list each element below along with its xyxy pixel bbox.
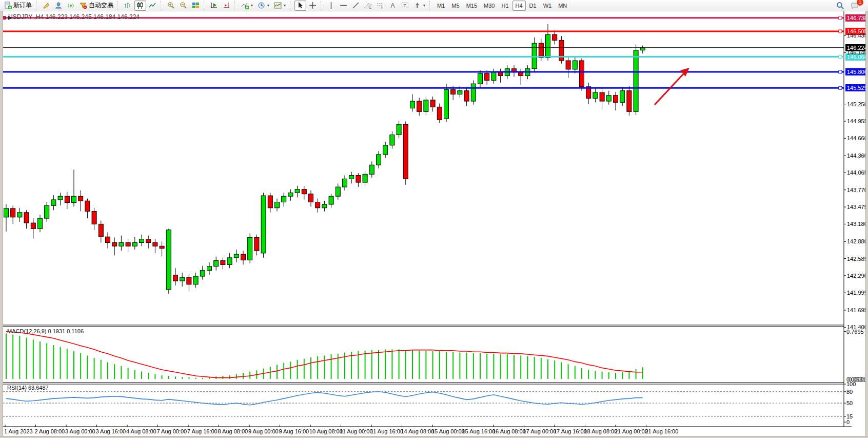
search-icon	[836, 2, 844, 10]
bar-chart-mode-button[interactable]	[122, 1, 134, 11]
timeframe-m30-button[interactable]: M30	[481, 1, 498, 11]
chevron-down-icon: ▾	[284, 3, 286, 8]
line-handle[interactable]	[839, 30, 842, 33]
time-axis-label: 7 Aug 00:00	[157, 428, 187, 434]
candles-layer	[4, 24, 645, 294]
bar-chart-icon	[124, 2, 132, 9]
crosshair-tool-button[interactable]	[307, 1, 319, 11]
vertical-line-tool-button[interactable]	[325, 1, 337, 11]
price-axis-tick: 141.695	[847, 307, 867, 313]
time-axis-label: 2 Aug 08:00	[35, 428, 65, 434]
time-axis-label: 8 Aug 08:00	[218, 428, 248, 434]
macd-indicator-label: MACD(12,26,9) 0.1931 0.1106	[7, 328, 84, 334]
timeframe-m15-button[interactable]: M15	[463, 1, 480, 11]
line-handle[interactable]	[839, 16, 842, 20]
time-axis-label: 11 Aug 16:00	[370, 428, 403, 434]
fibonacci-tool-button[interactable]: F	[374, 1, 386, 11]
time-axis-label: 15 Aug 00:00	[431, 428, 465, 434]
timeframe-w1-button[interactable]: W1	[540, 1, 555, 11]
annotation-arrow[interactable]	[655, 68, 689, 105]
chart-shift-icon	[223, 2, 230, 9]
text-tool-button[interactable]: A	[387, 1, 399, 11]
auto-scroll-button[interactable]	[208, 1, 220, 11]
crosshair-icon	[309, 2, 317, 9]
auto-trading-icon	[80, 2, 87, 9]
zoom-out-icon	[180, 2, 187, 9]
horizontal-line-tool-button[interactable]	[338, 1, 349, 11]
window-left-edge	[0, 11, 3, 438]
community-button[interactable]	[53, 1, 65, 11]
time-axis-label: 14 Aug 08:00	[401, 428, 435, 434]
price-axis-tick: 144.360	[847, 153, 867, 159]
text-icon: A	[389, 2, 397, 9]
price-axis-tick: 143.180	[847, 221, 867, 227]
toolbar-separator	[234, 1, 237, 10]
text-label-tool-button[interactable]: T	[399, 1, 411, 11]
zoom-in-icon	[167, 2, 175, 9]
timeframe-mn-button[interactable]: MN	[555, 1, 570, 11]
price-level-label[interactable]: 146.738	[845, 14, 868, 22]
trading-terminal-window: 新订单 自动交易	[0, 0, 868, 438]
chart-shift-button[interactable]	[221, 1, 232, 11]
price-axis-tick: 146.435	[847, 32, 867, 39]
zoom-out-button[interactable]	[177, 1, 189, 11]
toolbar-separator	[161, 1, 163, 10]
macd-layer	[6, 332, 643, 379]
line-handle[interactable]	[839, 70, 842, 73]
line-handle[interactable]	[839, 86, 842, 89]
timeframe-d1-button[interactable]: D1	[526, 1, 540, 11]
line-chart-mode-button[interactable]	[147, 1, 159, 11]
timeframe-m5-button[interactable]: M5	[448, 1, 462, 11]
time-axis-label: 10 Aug 08:00	[309, 428, 343, 434]
timeframe-h1-button[interactable]: H1	[498, 1, 511, 11]
toolbar-separator	[429, 1, 432, 10]
arrows-tool-button[interactable]: ▾	[411, 1, 427, 11]
fibonacci-icon: F	[377, 2, 384, 9]
time-axis-label: 9 Aug 16:00	[279, 428, 309, 434]
line-handle[interactable]	[839, 55, 842, 59]
timeframe-h4-button[interactable]: H4	[512, 1, 526, 11]
time-axis-label: 21 Aug 00:00	[615, 428, 648, 434]
periods-button[interactable]: ▾	[255, 1, 271, 11]
notifications-button[interactable]: 1	[849, 1, 861, 11]
channel-tool-button[interactable]: E	[362, 1, 374, 11]
toolbar-separator	[321, 1, 323, 10]
new-order-button[interactable]: 新订单	[2, 1, 34, 11]
price-level-label[interactable]: 145.806	[845, 68, 868, 75]
price-axis-tick: 142.290	[847, 273, 867, 279]
trendline-icon	[352, 2, 360, 9]
search-button[interactable]	[834, 1, 846, 11]
styler-button[interactable]	[41, 1, 52, 11]
time-axis-label: 18 Aug 08:00	[584, 428, 618, 434]
chart-canvas[interactable]: USDJPY ,H4 146.223 146.245 146.184 146.2…	[0, 11, 868, 438]
candlestick-mode-button[interactable]	[134, 1, 146, 11]
auto-trading-button[interactable]: 自动交易	[77, 1, 115, 11]
templates-button[interactable]: ▾	[272, 1, 288, 11]
candlestick-icon	[136, 2, 144, 9]
price-axis-tick: 144.955	[847, 118, 867, 124]
signals-button[interactable]	[65, 1, 77, 11]
signal-icon	[67, 2, 75, 9]
chevron-down-icon: ▾	[251, 3, 253, 8]
chart-title: USDJPY ,H4 146.223 146.245 146.184 146.2…	[8, 13, 140, 21]
auto-trading-label: 自动交易	[89, 1, 113, 10]
price-level-label[interactable]: 145.529	[845, 84, 868, 91]
horizontal-line-icon	[340, 2, 347, 9]
indicators-button[interactable]: ▾	[239, 1, 255, 11]
svg-text:T: T	[404, 3, 407, 8]
cursor-icon	[297, 2, 304, 9]
time-axis-label: 16 Aug 08:00	[492, 428, 526, 434]
timeframe-m1-button[interactable]: M1	[434, 1, 448, 11]
tile-windows-icon	[192, 2, 200, 9]
time-axis-label: 17 Aug 00:00	[523, 428, 557, 434]
rsi-indicator-label: RSI(14) 63.6487	[7, 385, 49, 391]
trendline-tool-button[interactable]	[350, 1, 362, 11]
line-chart-icon	[149, 2, 156, 9]
tile-windows-button[interactable]	[190, 1, 202, 11]
notification-badge: 1	[857, 0, 863, 6]
add-indicator-icon	[241, 2, 249, 9]
arrows-icon	[413, 2, 421, 9]
cursor-tool-button[interactable]	[294, 1, 306, 11]
zoom-in-button[interactable]	[165, 1, 177, 11]
clock-icon	[258, 2, 265, 9]
